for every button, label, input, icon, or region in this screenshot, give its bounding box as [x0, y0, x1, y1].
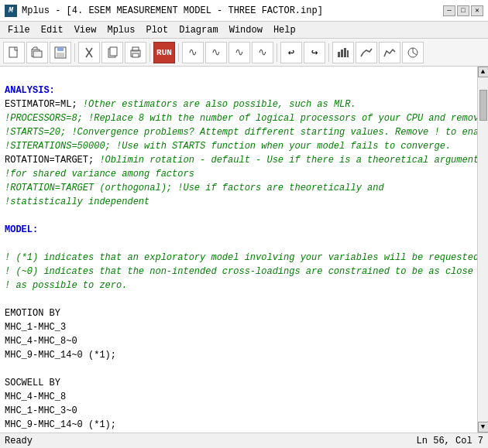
chart3-button[interactable]: [379, 42, 400, 63]
svg-rect-14: [341, 50, 343, 57]
scrollbar-thumb[interactable]: [479, 90, 487, 121]
save-button[interactable]: [50, 42, 71, 63]
svg-rect-15: [344, 48, 346, 57]
window-title: Mplus - [4. ESEM MEASUREMENT MODEL - THR…: [22, 5, 323, 16]
wave3-button[interactable]: ∿: [229, 42, 250, 63]
copy-button[interactable]: [101, 42, 123, 63]
chart2-button[interactable]: [356, 42, 377, 63]
chart1-button[interactable]: [332, 42, 354, 63]
minimize-button[interactable]: —: [443, 5, 455, 16]
vertical-scrollbar[interactable]: ▲ ▼: [477, 67, 488, 433]
wave4-button[interactable]: ∿: [252, 42, 273, 63]
cut-button[interactable]: [78, 42, 100, 63]
main-area: ANALYSIS: ESTIMATOR=ML; !Other estimator…: [0, 67, 488, 433]
separator-3: [178, 43, 179, 62]
wave2-button[interactable]: ∿: [205, 42, 227, 63]
undo-button[interactable]: ↩: [280, 42, 302, 63]
app-icon: M: [5, 5, 17, 17]
separator-5: [328, 43, 329, 62]
menu-help[interactable]: Help: [269, 23, 301, 37]
menu-file[interactable]: File: [3, 23, 35, 37]
separator-2: [149, 43, 150, 62]
svg-rect-4: [57, 47, 64, 51]
run-button[interactable]: RUN: [153, 42, 175, 63]
svg-rect-12: [132, 53, 139, 57]
status-bar: Ready Ln 56, Col 7: [0, 433, 488, 448]
status-ready: Ready: [5, 436, 33, 446]
code-editor[interactable]: ANALYSIS: ESTIMATOR=ML; !Other estimator…: [0, 67, 477, 433]
separator-4: [277, 43, 277, 62]
cursor-position: Ln 56, Col 7: [417, 436, 483, 446]
close-button[interactable]: ✕: [471, 5, 483, 16]
scroll-up-button[interactable]: ▲: [478, 67, 489, 77]
scroll-down-button[interactable]: ▼: [478, 422, 489, 433]
title-bar-left: M Mplus - [4. ESEM MEASUREMENT MODEL - T…: [5, 5, 323, 17]
svg-rect-0: [9, 47, 17, 57]
toolbar: RUN ∿ ∿ ∿ ∿ ↩ ↪: [0, 39, 488, 67]
window-controls[interactable]: — □ ✕: [443, 5, 483, 16]
separator-1: [74, 43, 75, 62]
svg-line-19: [413, 53, 417, 55]
wave1-button[interactable]: ∿: [182, 42, 204, 63]
menu-view[interactable]: View: [70, 23, 101, 37]
svg-rect-16: [347, 50, 349, 57]
svg-rect-13: [338, 52, 340, 57]
menu-window[interactable]: Window: [225, 23, 267, 37]
menu-mplus[interactable]: Mplus: [102, 23, 139, 37]
chart4-button[interactable]: [402, 42, 424, 63]
redo-button[interactable]: ↪: [304, 42, 325, 63]
svg-rect-2: [33, 51, 42, 57]
menu-diagram[interactable]: Diagram: [174, 23, 222, 37]
open-button[interactable]: [26, 42, 48, 63]
maximize-button[interactable]: □: [457, 5, 469, 16]
new-button[interactable]: [3, 42, 25, 63]
menu-plot[interactable]: Plot: [141, 23, 173, 37]
menu-bar: File Edit View Mplus Plot Diagram Window…: [0, 22, 488, 39]
svg-rect-9: [110, 47, 117, 56]
print-button[interactable]: [125, 42, 146, 63]
analysis-line: ANALYSIS: ESTIMATOR=ML; !Other estimator…: [5, 85, 477, 433]
title-bar: M Mplus - [4. ESEM MEASUREMENT MODEL - T…: [0, 0, 488, 22]
svg-rect-5: [57, 53, 64, 57]
menu-edit[interactable]: Edit: [36, 23, 68, 37]
